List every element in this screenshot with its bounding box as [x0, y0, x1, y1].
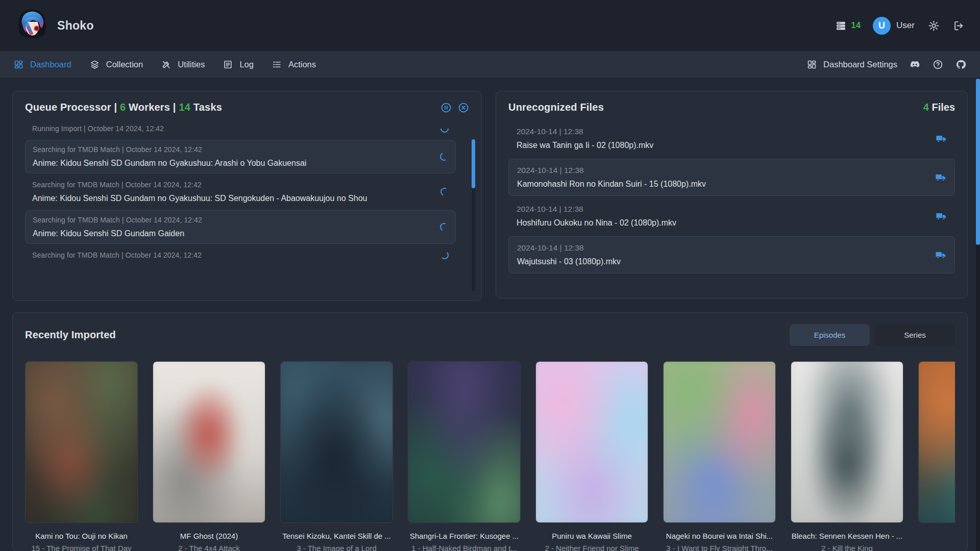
card-episode-title: 14 - Clingi — [918, 544, 955, 551]
episode-poster — [280, 361, 393, 523]
card-episode-title: 2 - Kill the King — [791, 544, 903, 551]
file-timestamp: 2024-10-14 | 12:38 — [517, 205, 928, 214]
x-circle-icon — [458, 102, 469, 113]
episode-poster — [663, 361, 776, 523]
app-title: Shoko — [57, 19, 94, 33]
queue-item: Running Import | October 14 2024, 12:42 — [25, 119, 456, 138]
poster-image — [663, 361, 776, 523]
card-episode-title: 3 - I Want to Fly Straight Thro... — [663, 544, 776, 551]
card-episode-title: 1 - Half-Naked Birdman and t... — [408, 544, 521, 551]
episode-card[interactable]: Kami no Tou: Ouji no Kikan 15 - The Prom… — [25, 361, 138, 551]
queue-item-status: Running Import | October 14 2024, 12:42 — [32, 124, 433, 133]
episode-card[interactable]: Fairy Tail 14 - Clingi — [918, 361, 955, 551]
queue-item-title: Anime: Kidou Senshi SD Gundam no Gyakush… — [33, 159, 433, 168]
episode-card[interactable]: Tensei Kizoku, Kantei Skill de ... 3 - T… — [280, 361, 393, 551]
user-menu[interactable]: U User — [873, 17, 915, 35]
nav-item-collection[interactable]: Collection — [90, 60, 143, 69]
nav-label-dashboard-settings: Dashboard Settings — [823, 60, 897, 69]
page-scrollbar[interactable] — [976, 78, 980, 551]
queue-item-status: Searching for TMDB Match | October 14 20… — [33, 216, 433, 224]
unrecognized-file-item: 2024-10-14 | 12:38 Raise wa Tanin ga Ii … — [508, 120, 955, 157]
nav-label-collection: Collection — [106, 60, 143, 69]
poster-image — [408, 361, 521, 523]
unrecognized-files-panel: Unrecognized Files 4 Files 2024-10-14 | … — [496, 91, 968, 298]
queue-workers-label: Workers | — [129, 102, 176, 113]
spinner-icon — [439, 123, 451, 135]
queue-indicator[interactable]: 14 — [836, 20, 861, 31]
poster-image — [791, 361, 903, 523]
file-timestamp: 2024-10-14 | 12:38 — [517, 243, 928, 253]
nav-label-log: Log — [239, 60, 254, 69]
poster-image — [280, 361, 393, 523]
unrecognized-files-list: 2024-10-14 | 12:38 Raise wa Tanin ga Ii … — [508, 120, 955, 273]
unrecognized-file-item: 2024-10-14 | 12:38 Hoshifuru Oukoku no N… — [508, 198, 955, 234]
files-count-label: Files — [932, 102, 955, 113]
episode-card[interactable]: Puniru wa Kawaii Slime 2 - Neither Frien… — [535, 361, 648, 551]
queue-item-status: Searching for TMDB Match | October 14 20… — [33, 145, 433, 154]
nav-item-dashboard[interactable]: Dashboard — [14, 60, 71, 69]
card-episode-title: 15 - The Promise of That Day — [25, 544, 138, 551]
pause-queue-button[interactable] — [440, 102, 452, 113]
settings-button[interactable] — [928, 20, 940, 32]
nav-item-log[interactable]: Log — [223, 60, 254, 69]
tab-episodes[interactable]: Episodes — [790, 324, 870, 346]
app-header: Shoko 14 U User — [0, 0, 980, 51]
queue-item: Searching for TMDB Match | October 14 20… — [25, 176, 456, 208]
files-count-number: 4 — [923, 102, 929, 113]
help-icon[interactable] — [933, 59, 943, 70]
tab-series[interactable]: Series — [875, 324, 955, 346]
file-name: Raise wa Tanin ga Ii - 02 (1080p).mkv — [517, 141, 928, 150]
queue-scrollbar-track[interactable] — [472, 139, 475, 291]
layers-icon — [90, 60, 100, 69]
avdump-truck-icon[interactable] — [935, 172, 946, 183]
spinner-icon — [439, 222, 450, 233]
queue-item-status: Searching for TMDB Match | October 14 20… — [32, 251, 433, 259]
episode-card[interactable]: MF Ghost (2024) 2 - The 4x4 Attack — [153, 361, 265, 551]
queue-item-title: Anime: Kidou Senshi SD Gundam no Gyakush… — [32, 194, 433, 203]
queue-item: Searching for TMDB Match | October 14 20… — [25, 140, 456, 173]
queue-item: Searching for TMDB Match | October 14 20… — [25, 210, 456, 244]
avdump-truck-icon[interactable] — [935, 249, 946, 261]
user-name: User — [896, 20, 915, 31]
unrecognized-file-item: 2024-10-14 | 12:38 Kamonohashi Ron no Ki… — [508, 159, 955, 196]
episode-poster — [408, 361, 521, 523]
episode-card[interactable]: Nageki no Bourei wa Intai Shi... 3 - I W… — [663, 361, 776, 551]
avdump-truck-icon[interactable] — [936, 211, 947, 222]
card-series-title: Fairy Tail — [918, 532, 955, 540]
file-name: Hoshifuru Oukoku no Nina - 02 (1080p).mk… — [517, 218, 928, 228]
queue-server-icon — [836, 20, 846, 31]
nav-item-utilities[interactable]: Utilities — [161, 60, 205, 69]
queue-tasks-label: Tasks — [193, 102, 222, 113]
episode-poster — [153, 361, 265, 523]
nav-label-utilities: Utilities — [178, 60, 205, 69]
github-icon[interactable] — [955, 59, 966, 70]
queue-scrollbar-thumb[interactable] — [472, 139, 475, 188]
poster-image — [25, 361, 138, 523]
dashboard-icon — [14, 60, 23, 69]
queue-tasks-count: 14 — [179, 102, 190, 113]
logout-button[interactable] — [953, 20, 965, 32]
stop-queue-button[interactable] — [458, 102, 469, 113]
card-series-title: Bleach: Sennen Kessen Hen - ... — [791, 532, 903, 540]
nav-item-actions[interactable]: Actions — [272, 60, 316, 69]
avdump-truck-icon[interactable] — [936, 133, 947, 144]
episode-poster — [535, 361, 648, 523]
card-episode-title: 2 - Neither Friend nor Slime — [535, 544, 648, 551]
pause-circle-icon — [440, 102, 452, 113]
unrecognized-panel-title: Unrecognized Files — [508, 102, 604, 113]
discord-icon[interactable] — [910, 59, 920, 70]
card-series-title: Kami no Tou: Ouji no Kikan — [25, 532, 138, 540]
dashboard-settings-icon — [807, 60, 817, 69]
nav-label-dashboard: Dashboard — [30, 60, 71, 69]
unrecognized-files-count: 4 Files — [923, 102, 955, 113]
queue-item-title: Anime: Kidou Senshi SD Gundam Gaiden — [33, 229, 433, 238]
gear-icon — [928, 20, 940, 32]
avatar-initial: U — [878, 20, 885, 31]
file-name: Wajutsushi - 03 (1080p).mkv — [517, 257, 928, 266]
card-episode-title: 3 - The Image of a Lord — [280, 544, 393, 551]
episode-card[interactable]: Shangri-La Frontier: Kusogee ... 1 - Hal… — [408, 361, 521, 551]
page-scrollbar-thumb[interactable] — [976, 79, 980, 245]
episode-poster — [25, 361, 138, 523]
episode-card[interactable]: Bleach: Sennen Kessen Hen - ... 2 - Kill… — [791, 361, 903, 551]
nav-item-dashboard-settings[interactable]: Dashboard Settings — [807, 60, 897, 69]
